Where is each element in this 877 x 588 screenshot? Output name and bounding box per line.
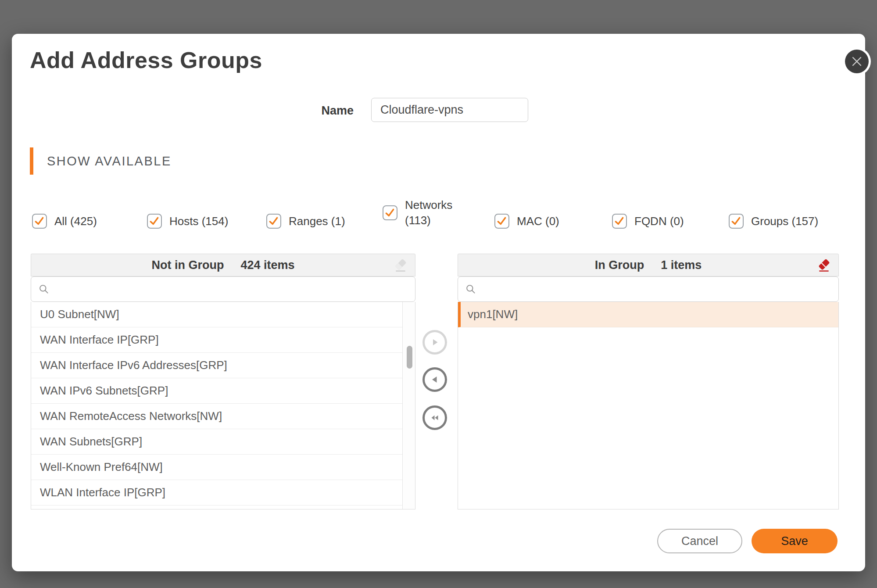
list-item[interactable]: U0 Subnet[NW]	[31, 302, 403, 327]
cancel-button[interactable]: Cancel	[657, 529, 742, 553]
checkbox-checked-icon	[383, 205, 397, 220]
checkbox-checked-icon	[147, 214, 162, 229]
list-item-label: WAN IPv6 Subnets[GRP]	[40, 384, 168, 398]
list-item[interactable]: WAN Interface IPv6 Addresses[GRP]	[31, 353, 403, 378]
search-input[interactable]	[50, 277, 415, 301]
checkbox-checked-icon	[729, 214, 744, 229]
scrollbar-thumb[interactable]	[407, 346, 412, 369]
panel-title: In Group	[595, 258, 644, 272]
checkbox-checked-icon	[32, 214, 47, 229]
not-in-group-panel: Not in Group 424 items	[31, 254, 415, 510]
checkbox-checked-icon	[494, 214, 509, 229]
name-input[interactable]	[371, 98, 528, 122]
filter-label: Groups (157)	[751, 215, 818, 228]
arrow-left-icon	[429, 374, 440, 385]
not-in-group-header: Not in Group 424 items	[31, 254, 415, 276]
list-item-label: WAN Interface IP[GRP]	[40, 333, 159, 347]
list-item[interactable]: WAN RemoteAccess Networks[NW]	[31, 404, 403, 429]
list-item-label: WAN Interface IPv6 Addresses[GRP]	[40, 359, 227, 372]
filter-all[interactable]: All (425)	[32, 214, 97, 229]
eraser-icon-red	[816, 258, 831, 273]
list-item[interactable]: WLAN Interface IP[GRP]	[31, 480, 403, 506]
not-in-group-search	[31, 276, 415, 302]
page-title: Add Address Groups	[30, 47, 262, 73]
add-address-groups-dialog: Add Address Groups Name SHOW AVAILABLE A…	[12, 34, 865, 571]
filter-label: Hosts (154)	[169, 215, 228, 228]
clear-selection-button[interactable]	[392, 257, 409, 274]
filter-label: MAC (0)	[517, 215, 559, 228]
save-button[interactable]: Save	[752, 529, 838, 553]
search-icon	[465, 283, 476, 295]
move-right-button[interactable]	[422, 330, 447, 355]
filter-label: All (425)	[54, 215, 97, 228]
panel-count: 1 items	[661, 258, 702, 272]
list-item[interactable]: Well-Known Pref64[NW]	[31, 455, 403, 480]
move-left-button[interactable]	[422, 367, 447, 392]
panel-count: 424 items	[240, 258, 294, 272]
clear-selection-button[interactable]	[816, 257, 832, 274]
double-arrow-left-icon	[429, 412, 440, 423]
checkbox-checked-icon	[612, 214, 627, 229]
section-accent-bar	[30, 147, 33, 175]
list-item-label: U0 Subnet[NW]	[40, 308, 119, 321]
filter-ranges[interactable]: Ranges (1)	[266, 214, 345, 229]
filter-hosts[interactable]: Hosts (154)	[147, 214, 228, 229]
list-item-label: vpn1[NW]	[468, 308, 518, 321]
list-item-label: WAN RemoteAccess Networks[NW]	[40, 409, 222, 423]
filter-label: Ranges (1)	[289, 215, 345, 228]
list-item-label: WLAN Interface IP[GRP]	[40, 486, 165, 499]
move-all-left-button[interactable]	[422, 405, 447, 430]
name-field-label: Name	[288, 104, 354, 118]
close-button[interactable]	[845, 50, 869, 73]
in-group-list: vpn1[NW]	[458, 302, 839, 509]
eraser-icon	[393, 258, 408, 273]
section-title: SHOW AVAILABLE	[47, 154, 172, 169]
filter-fqdn[interactable]: FQDN (0)	[612, 214, 684, 229]
search-icon	[38, 283, 50, 295]
close-icon	[851, 56, 863, 67]
list-item-label: Well-Known Pref64[NW]	[40, 460, 163, 474]
filter-label: FQDN (0)	[634, 215, 684, 228]
search-input[interactable]	[476, 277, 838, 301]
filter-networks[interactable]: Networks (113)	[383, 197, 464, 228]
filter-label: Networks (113)	[405, 197, 464, 228]
in-group-panel: In Group 1 items vpn1[	[458, 254, 839, 510]
panel-title: Not in Group	[151, 258, 224, 272]
not-in-group-list: U0 Subnet[NW] WAN Interface IP[GRP] WAN …	[31, 302, 415, 509]
scrollbar-track[interactable]	[402, 302, 415, 509]
filter-mac[interactable]: MAC (0)	[494, 214, 559, 229]
list-item-selected[interactable]: vpn1[NW]	[458, 302, 838, 327]
arrow-right-icon	[429, 337, 440, 348]
in-group-search	[458, 276, 839, 302]
list-item[interactable]: WAN Interface IP[GRP]	[31, 327, 403, 353]
list-item[interactable]: WAN Subnets[GRP]	[31, 429, 403, 455]
list-item[interactable]: WAN IPv6 Subnets[GRP]	[31, 378, 403, 404]
list-item-label: WAN Subnets[GRP]	[40, 435, 142, 448]
in-group-header: In Group 1 items	[458, 254, 839, 276]
filter-groups[interactable]: Groups (157)	[729, 214, 818, 229]
checkbox-checked-icon	[266, 214, 281, 229]
